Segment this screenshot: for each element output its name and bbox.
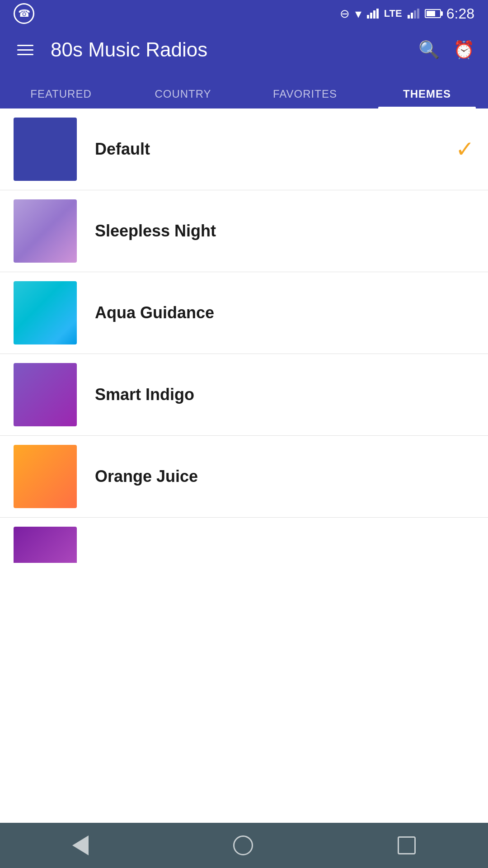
theme-item-sleepless-night[interactable]: Sleepless Night bbox=[0, 190, 488, 272]
theme-swatch-partial bbox=[14, 527, 77, 563]
clock: 6:28 bbox=[446, 5, 474, 22]
theme-swatch-orange-juice bbox=[14, 445, 77, 508]
theme-list: Default ✓ Sleepless Night Aqua Guidance … bbox=[0, 108, 488, 563]
theme-item-aqua-guidance[interactable]: Aqua Guidance bbox=[0, 272, 488, 354]
tab-bar: FEATURED COUNTRY FAVORITES THEMES bbox=[0, 72, 488, 108]
phone-icon: ☎ bbox=[14, 3, 34, 24]
app-title: 80s Music Radios bbox=[51, 38, 405, 61]
menu-button[interactable] bbox=[14, 41, 37, 59]
app-bar: 80s Music Radios 🔍 ⏰ bbox=[0, 27, 488, 72]
app-bar-actions: 🔍 ⏰ bbox=[418, 40, 474, 60]
lte-indicator: LTE bbox=[384, 8, 402, 19]
home-icon bbox=[233, 835, 253, 855]
signal-bars-icon bbox=[367, 9, 379, 19]
wifi-icon: ▾ bbox=[355, 6, 361, 21]
navigation-bar bbox=[0, 823, 488, 868]
theme-item-partial[interactable] bbox=[0, 518, 488, 563]
back-button[interactable] bbox=[72, 835, 89, 855]
theme-swatch-default bbox=[14, 118, 77, 181]
theme-name-sleepless-night: Sleepless Night bbox=[95, 222, 474, 241]
tab-themes[interactable]: THEMES bbox=[366, 88, 488, 108]
theme-name-default: Default bbox=[95, 140, 446, 159]
theme-name-smart-indigo: Smart Indigo bbox=[95, 385, 474, 404]
do-not-disturb-icon: ⊖ bbox=[340, 7, 350, 21]
selected-checkmark-icon: ✓ bbox=[455, 136, 474, 162]
alarm-icon: ⏰ bbox=[453, 40, 474, 60]
theme-item-smart-indigo[interactable]: Smart Indigo bbox=[0, 354, 488, 436]
tab-country[interactable]: COUNTRY bbox=[122, 88, 244, 108]
tab-favorites[interactable]: FAVORITES bbox=[244, 88, 366, 108]
status-bar-left: ☎ bbox=[14, 3, 34, 24]
home-button[interactable] bbox=[233, 835, 253, 855]
theme-item-orange-juice[interactable]: Orange Juice bbox=[0, 436, 488, 518]
theme-name-orange-juice: Orange Juice bbox=[95, 467, 474, 486]
back-icon bbox=[72, 835, 89, 855]
theme-swatch-aqua-guidance bbox=[14, 281, 77, 344]
hamburger-icon bbox=[14, 41, 37, 59]
search-icon: 🔍 bbox=[418, 40, 440, 60]
theme-name-aqua-guidance: Aqua Guidance bbox=[95, 303, 474, 322]
battery-icon bbox=[425, 9, 441, 18]
signal-bars-2-icon bbox=[408, 9, 419, 19]
search-button[interactable]: 🔍 bbox=[418, 40, 440, 60]
theme-swatch-smart-indigo bbox=[14, 363, 77, 426]
status-bar-right: ⊖ ▾ LTE 6:28 bbox=[340, 5, 474, 22]
alarm-button[interactable]: ⏰ bbox=[453, 40, 474, 60]
status-bar: ☎ ⊖ ▾ LTE 6:28 bbox=[0, 0, 488, 27]
theme-swatch-sleepless-night bbox=[14, 199, 77, 263]
theme-item-default[interactable]: Default ✓ bbox=[0, 108, 488, 190]
recents-icon bbox=[398, 836, 416, 854]
tab-featured[interactable]: FEATURED bbox=[0, 88, 122, 108]
recents-button[interactable] bbox=[398, 836, 416, 854]
